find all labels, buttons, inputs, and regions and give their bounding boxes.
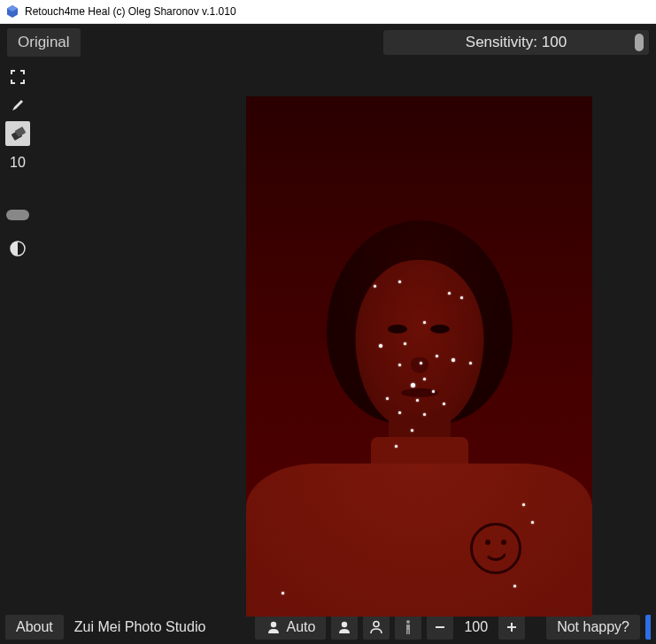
- not-happy-button[interactable]: Not happy?: [546, 615, 640, 640]
- window-title: Retouch4me Heal (c) Oleg Sharonov v.1.01…: [25, 5, 236, 18]
- app-icon: [5, 4, 19, 19]
- filename-label: Zui Mei Photo Studio: [69, 619, 212, 635]
- sensitivity-slider[interactable]: Sensitivity: 100: [383, 30, 649, 55]
- app-body: Original Sensitivity: 100: [0, 24, 656, 644]
- count-value: 100: [459, 619, 493, 635]
- portrait-eye: [430, 325, 450, 334]
- svg-point-6: [342, 622, 347, 627]
- person-outline-icon: [368, 619, 384, 635]
- original-button[interactable]: Original: [7, 28, 81, 57]
- portrait-nose: [411, 357, 428, 373]
- heal-marker: [513, 585, 516, 587]
- heal-marker: [448, 292, 451, 295]
- contrast-icon[interactable]: [5, 236, 30, 261]
- left-toolbar: 10: [0, 61, 35, 610]
- plus-button[interactable]: [498, 615, 525, 640]
- sensitivity-label: Sensitivity: 100: [466, 34, 567, 51]
- heal-marker: [436, 355, 438, 357]
- image-canvas[interactable]: [246, 96, 592, 617]
- heal-marker: [374, 285, 376, 288]
- heal-marker: [423, 378, 426, 380]
- svg-point-7: [374, 622, 379, 627]
- heal-marker: [416, 399, 419, 402]
- heal-marker: [411, 429, 413, 432]
- heal-marker: [432, 390, 435, 393]
- sensitivity-thumb[interactable]: [635, 34, 644, 51]
- svg-point-8: [406, 620, 410, 624]
- person-filled-icon: [336, 619, 352, 635]
- smiley-logo: [470, 523, 521, 574]
- heal-marker: [404, 342, 406, 345]
- heal-marker: [451, 358, 455, 362]
- person-icon: [266, 619, 282, 635]
- heal-marker: [443, 402, 445, 405]
- minus-button[interactable]: [427, 615, 453, 640]
- svg-point-5: [270, 622, 275, 627]
- minus-icon: [434, 621, 446, 633]
- heal-marker: [282, 592, 284, 594]
- person-standing-icon: [401, 619, 415, 635]
- heal-marker: [398, 411, 401, 414]
- window-titlebar: Retouch4me Heal (c) Oleg Sharonov v.1.01…: [0, 0, 656, 24]
- heal-marker: [423, 413, 426, 416]
- brush-tool-icon[interactable]: [5, 93, 30, 118]
- heal-marker: [460, 296, 463, 299]
- heal-marker: [522, 503, 525, 506]
- heal-marker: [398, 280, 401, 283]
- heal-marker: [411, 383, 415, 387]
- about-button[interactable]: About: [5, 615, 64, 640]
- auto-button[interactable]: Auto: [255, 615, 327, 640]
- single-face-button[interactable]: [331, 615, 358, 640]
- plus-icon: [506, 621, 518, 633]
- svg-rect-10: [406, 630, 408, 634]
- fit-screen-icon[interactable]: [5, 65, 30, 89]
- content-area: 10: [0, 61, 656, 610]
- full-body-button[interactable]: [395, 615, 421, 640]
- half-body-button[interactable]: [363, 615, 390, 640]
- brush-size-value: 10: [10, 155, 26, 171]
- apply-button-edge[interactable]: [645, 615, 651, 640]
- heal-marker: [379, 344, 382, 348]
- heal-marker: [395, 445, 397, 448]
- heal-marker: [386, 397, 389, 400]
- heal-marker: [531, 521, 534, 524]
- brush-size-slider[interactable]: [6, 210, 29, 220]
- portrait-shirt: [246, 464, 592, 617]
- heal-marker: [420, 362, 422, 364]
- top-toolbar: Original Sensitivity: 100: [0, 24, 656, 61]
- heal-marker: [423, 321, 426, 324]
- svg-rect-12: [436, 626, 444, 628]
- svg-rect-9: [406, 625, 410, 630]
- heal-marker: [398, 364, 401, 366]
- svg-rect-14: [511, 623, 513, 632]
- svg-rect-11: [409, 630, 411, 634]
- heal-marker: [469, 362, 472, 364]
- eraser-tool-icon[interactable]: [5, 121, 30, 146]
- portrait-eye: [388, 325, 407, 334]
